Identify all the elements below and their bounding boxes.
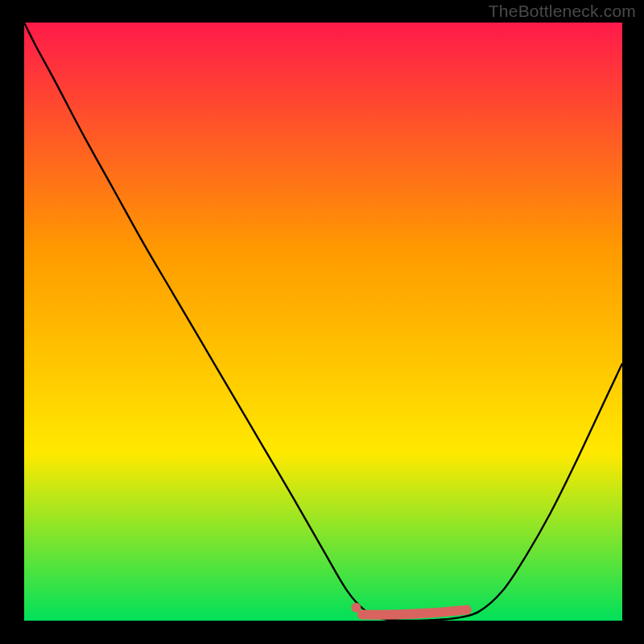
plot-area [24, 23, 622, 621]
optimal-range-highlight [362, 610, 467, 615]
marker-dot [351, 603, 361, 613]
gradient-background [24, 23, 622, 621]
attribution-label: TheBottleneck.com [489, 2, 636, 21]
chart-frame: TheBottleneck.com [0, 0, 644, 644]
chart-svg [24, 23, 622, 621]
